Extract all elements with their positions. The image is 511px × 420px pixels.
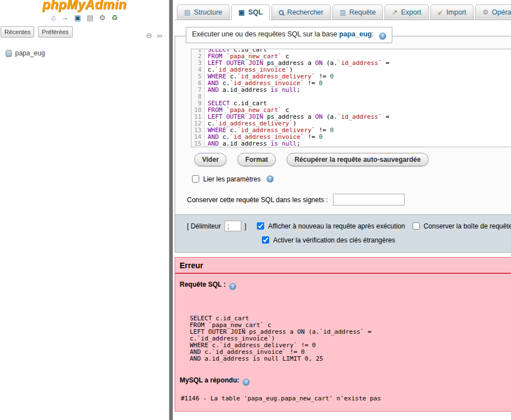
mysql-error-message: #1146 - La table 'papa_eug.papa_new_cart… (181, 395, 511, 402)
bind-parameters-checkbox[interactable] (192, 175, 199, 183)
tab-export[interactable]: ↗ Export (385, 4, 428, 20)
options-group-2: Activer la vérification des clés étrangè… (255, 235, 395, 245)
structure-icon: ▤ (184, 9, 190, 16)
search-icon (279, 10, 284, 15)
navigation-icon-bar: ⌂ → ▣ ▤ ⚙ ♻ (0, 14, 169, 22)
sql-editor[interactable]: 1SELECT c.id_cart2FROM `papa_new_cart` c… (191, 49, 511, 147)
bookmark-input[interactable] (333, 194, 405, 206)
navigation-sidebar: phpMyAdmin ⌂ → ▣ ▤ ⚙ ♻ Récentes Préférée… (0, 0, 169, 420)
tab-structure[interactable]: ▤ Structure (177, 4, 229, 20)
delimiter-label: [ Délimiteur (187, 222, 221, 230)
sql-option-checkbox[interactable] (412, 222, 420, 230)
tab-import[interactable]: ↙ Import (430, 4, 474, 20)
sql-option-label: Activer la vérification des clés étrangè… (273, 236, 395, 244)
legend-text: Exécuter une ou des requêtes SQL sur la … (192, 30, 339, 38)
import-icon: ↙ (438, 9, 443, 16)
get-auto-saved-query-button[interactable]: Récupérer la requête auto-sauvegardée (287, 153, 428, 166)
settings-gear-icon[interactable]: ⚙ (99, 14, 106, 22)
error-sql-code: SELECT c.id_cart FROM `papa_new_cart` c … (190, 315, 511, 362)
sql-query-form: Exécuter une ou des requêtes SQL sur la … (175, 27, 511, 253)
database-tab-bar: ▤ Structure ▣ SQL Rechercher ▥ Requête ↗… (175, 0, 511, 20)
bookmark-row: Conserver cette requête SQL dans les sig… (175, 184, 511, 214)
bind-parameters-label[interactable]: Lier les paramètres (203, 175, 261, 183)
link-with-main-panel-icon[interactable]: ∞ (157, 31, 162, 40)
options-row-2: Activer la vérification des clés étrangè… (187, 235, 511, 245)
query-fieldset: 1SELECT c.id_cart2FROM `papa_new_cart` c… (175, 36, 511, 253)
help-icon[interactable]: ? (229, 283, 236, 290)
error-sql-label-row: Requête SQL :? (180, 281, 511, 290)
format-button[interactable]: Format (237, 153, 276, 166)
bind-parameters-row: Lier les paramètres ? (175, 166, 511, 184)
phpmyadmin-app: phpMyAdmin ⌂ → ▣ ▤ ⚙ ♻ Récentes Préférée… (0, 0, 511, 420)
home-icon[interactable]: ⌂ (51, 14, 56, 22)
reload-icon[interactable]: ♻ (111, 14, 118, 22)
database-link[interactable]: papa_eug (339, 30, 372, 38)
help-icon[interactable]: ? (242, 379, 250, 386)
documentation-icon[interactable]: ▤ (87, 14, 93, 22)
main-panel: ▤ Structure ▣ SQL Rechercher ▥ Requête ↗… (173, 0, 511, 420)
navigation-quick-buttons: Récentes Préférées (1, 26, 169, 38)
sql-icon: ▣ (238, 9, 245, 16)
options-row-1: [ Délimiteur ] Afficher à nouveau la req… (187, 221, 511, 231)
panel-resize-divider[interactable] (169, 0, 173, 420)
sql-editor-lines: 1SELECT c.id_cart2FROM `papa_new_cart` c… (191, 49, 511, 147)
sql-option[interactable]: Conserver la boîte de requêtes (410, 221, 511, 231)
logout-icon[interactable]: → (61, 14, 68, 22)
phpmyadmin-logo[interactable]: phpMyAdmin (0, 0, 169, 12)
sql-option[interactable]: Activer la vérification des clés étrangè… (260, 235, 395, 245)
operations-wrench-icon: ⚙ (482, 9, 489, 16)
export-icon: ↗ (392, 9, 397, 16)
tab-search[interactable]: Rechercher (271, 4, 331, 20)
error-panel: Erreur Requête SQL :? SELECT c.id_cart F… (175, 257, 511, 412)
error-title: Erreur (175, 258, 511, 274)
database-icon (6, 50, 12, 57)
tab-query[interactable]: ▥ Requête (332, 4, 383, 20)
navigation-panel-controls: ⊖ ∞ (146, 31, 162, 40)
options-group-1: Afficher à nouveau la requête après exéc… (250, 221, 511, 231)
favorite-tables-button[interactable]: Préférées (38, 26, 73, 38)
mysql-response-label-row: MySQL a répondu:? (180, 376, 511, 386)
tab-operations[interactable]: ⚙ Opérations (475, 4, 511, 20)
sql-option-checkbox[interactable] (262, 236, 269, 244)
sql-option-label: Conserver la boîte de requêtes (424, 222, 511, 230)
database-name: papa_eug (15, 49, 45, 57)
clear-button[interactable]: Vider (194, 153, 227, 166)
help-icon[interactable]: ? (266, 175, 274, 183)
query-options-footer: [ Délimiteur ] Afficher à nouveau la req… (175, 214, 511, 252)
recent-tables-button[interactable]: Récentes (1, 26, 34, 38)
help-icon[interactable]: ? (379, 32, 386, 40)
delimiter-label-close: ] (245, 222, 246, 230)
error-body: Requête SQL :? SELECT c.id_cart FROM `pa… (175, 274, 511, 411)
query-box-legend: Exécuter une ou des requêtes SQL sur la … (186, 27, 392, 43)
sidebar-item-database-papa-eug[interactable]: papa_eug (6, 49, 169, 57)
sql-window-icon[interactable]: ▣ (74, 14, 81, 22)
editor-button-row: Vider Format Récupérer la requête auto-s… (175, 147, 511, 166)
sql-option-label: Afficher à nouveau la requête après exéc… (268, 222, 405, 230)
sql-option[interactable]: Afficher à nouveau la requête après exéc… (255, 221, 405, 231)
sql-option-checkbox[interactable] (257, 222, 264, 230)
bookmark-label: Conserver cette requête SQL dans les sig… (187, 196, 328, 204)
collapse-all-icon[interactable]: ⊖ (146, 31, 152, 40)
tab-sql[interactable]: ▣ SQL (231, 4, 270, 20)
query-builder-icon: ▥ (340, 9, 346, 16)
delimiter-input[interactable] (224, 221, 241, 231)
